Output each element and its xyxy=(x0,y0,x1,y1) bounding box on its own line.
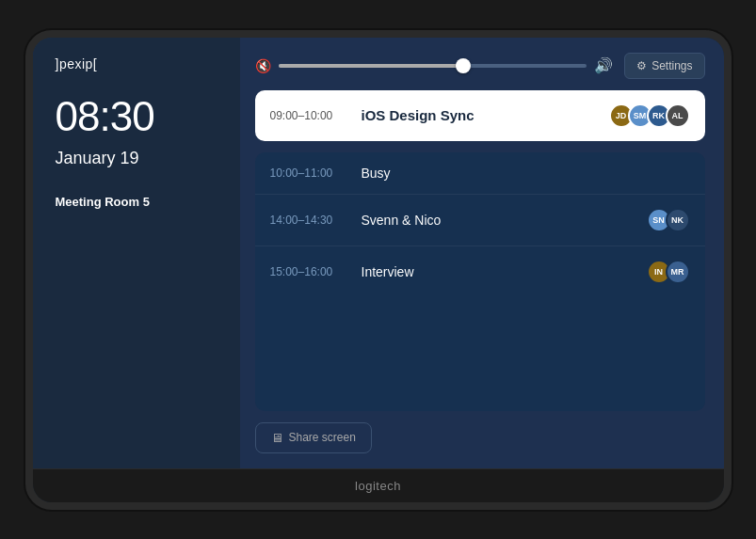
schedule-title: Busy xyxy=(362,166,679,181)
volume-slider-fill xyxy=(279,64,464,68)
schedule-item-1[interactable]: 10:00–11:00 Busy xyxy=(255,152,705,195)
right-panel: 🔇 🔊 ⚙ Settings 09:00–10:00 iOS Design Sy… xyxy=(240,38,724,468)
schedule-list: 10:00–11:00 Busy 14:00–14:30 Svenn & Nic… xyxy=(255,152,705,411)
schedule-title: Svenn & Nico xyxy=(362,213,635,228)
avatar: AL xyxy=(666,103,690,128)
schedule-title: Interview xyxy=(362,264,635,279)
volume-slider-track[interactable] xyxy=(279,64,587,68)
settings-button[interactable]: ⚙ Settings xyxy=(624,53,704,79)
time-display: 08:30 xyxy=(56,94,217,139)
current-meeting-avatars: JD SM RK AL xyxy=(609,103,690,128)
brand-label: logitech xyxy=(355,479,401,493)
room-name: Meeting Room 5 xyxy=(56,195,217,209)
avatar: MR xyxy=(666,260,690,284)
gear-icon: ⚙ xyxy=(636,59,647,72)
device-frame: ]pexip[ 08:30 January 19 Meeting Room 5 … xyxy=(25,30,732,510)
avatar: NK xyxy=(666,208,690,232)
device-bottom-bar: logitech xyxy=(33,468,724,502)
schedule-time: 14:00–14:30 xyxy=(270,214,350,227)
schedule-time: 15:00–16:00 xyxy=(270,265,350,278)
volume-mute-icon: 🔇 xyxy=(255,58,271,73)
schedule-item-3[interactable]: 15:00–16:00 Interview IN MR xyxy=(255,246,705,297)
volume-control[interactable]: 🔇 🔊 xyxy=(255,56,614,74)
top-bar: 🔇 🔊 ⚙ Settings xyxy=(255,53,705,79)
schedule-avatars: SN NK xyxy=(647,208,690,232)
logo: ]pexip[ xyxy=(56,56,217,71)
volume-slider-thumb xyxy=(456,58,471,73)
volume-high-icon: 🔊 xyxy=(594,56,613,74)
monitor-icon: 🖥 xyxy=(271,431,283,445)
left-panel: ]pexip[ 08:30 January 19 Meeting Room 5 xyxy=(33,38,240,468)
current-meeting-time: 09:00–10:00 xyxy=(270,109,350,122)
schedule-time: 10:00–11:00 xyxy=(270,166,350,180)
share-screen-button[interactable]: 🖥 Share screen xyxy=(255,422,372,453)
schedule-avatars: IN MR xyxy=(647,260,690,284)
share-screen-label: Share screen xyxy=(289,431,356,444)
settings-label: Settings xyxy=(651,59,692,72)
date-display: January 19 xyxy=(56,149,217,168)
current-meeting-card[interactable]: 09:00–10:00 iOS Design Sync JD SM RK AL xyxy=(255,90,705,141)
schedule-item-2[interactable]: 14:00–14:30 Svenn & Nico SN NK xyxy=(255,195,705,246)
current-meeting-title: iOS Design Sync xyxy=(362,107,598,123)
screen: ]pexip[ 08:30 January 19 Meeting Room 5 … xyxy=(33,38,724,468)
